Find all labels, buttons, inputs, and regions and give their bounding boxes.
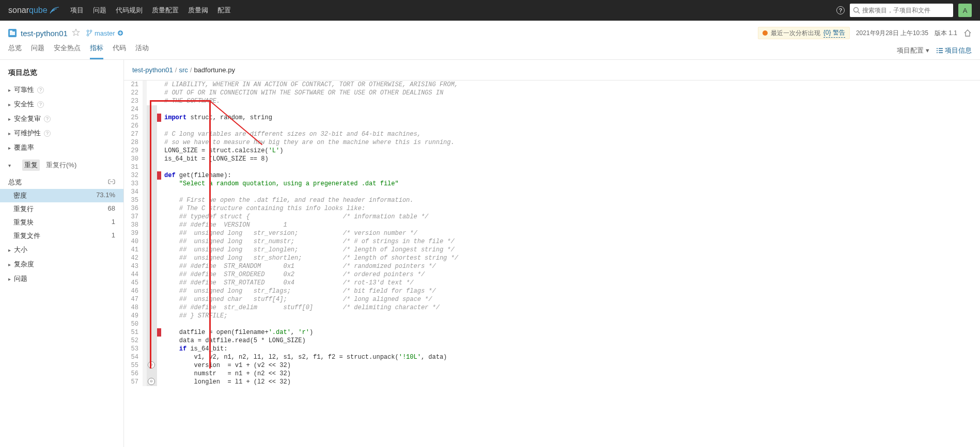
tab-1[interactable]: 问题	[31, 43, 44, 59]
code-line[interactable]: 34	[124, 188, 980, 196]
code-line[interactable]: 43 ## #define STR_RANDOM 0x1 /* randomiz…	[124, 262, 980, 270]
tab-5[interactable]: 活动	[135, 43, 149, 59]
sidebar-item[interactable]: ▸安全复审?	[0, 111, 123, 126]
code-line[interactable]: 41 ## unsigned long str_longlen; /* leng…	[124, 246, 980, 254]
help-icon[interactable]: ?	[836, 6, 845, 14]
breadcrumb-folder[interactable]: src	[179, 66, 188, 74]
code-line[interactable]: 42 ## unsigned long str_shortlen; /* len…	[124, 254, 980, 262]
gutter	[143, 304, 147, 312]
code-line[interactable]: 50	[124, 320, 980, 328]
user-avatar[interactable]: A	[958, 4, 972, 17]
sidebar-item-duplication[interactable]: ▾ 重复 重复行(%)	[0, 155, 123, 175]
code-line[interactable]: 26	[124, 122, 980, 130]
gutter	[143, 246, 147, 254]
code-line[interactable]: 29LONG_SIZE = struct.calcsize('L')	[124, 147, 980, 155]
tab-0[interactable]: 总览	[8, 43, 22, 59]
code-line[interactable]: 30is_64_bit = (LONG_SIZE == 8)	[124, 155, 980, 163]
add-branch-icon[interactable]	[117, 30, 123, 36]
sidebar-item[interactable]: ▸安全性?	[0, 97, 123, 111]
code-line[interactable]: 46 ## unsigned long str_flags; /* bit fi…	[124, 287, 980, 295]
topnav-link[interactable]: 项目	[70, 6, 84, 15]
code-line[interactable]: 22# OUT OF OR IN CONNECTION WITH THE SOF…	[124, 89, 980, 97]
search-input[interactable]	[862, 7, 950, 14]
code-line[interactable]: 51 datfile = open(filename+'.dat', 'r')	[124, 328, 980, 337]
code-line[interactable]: 48 ## #define str_delim stuff[0] /* deli…	[124, 304, 980, 312]
issue-marker	[157, 163, 161, 171]
code-line[interactable]: 52 data = datfile.read(5 * LONG_SIZE)	[124, 337, 980, 345]
code-line[interactable]: 27# C long variables are different sizes…	[124, 130, 980, 138]
dup-tab-pct[interactable]: 重复行(%)	[44, 159, 79, 171]
topnav-link[interactable]: 质量配置	[152, 6, 179, 15]
code-line[interactable]: 49 ## } STRFILE;	[124, 312, 980, 320]
dup-tab-label[interactable]: 重复	[22, 159, 40, 171]
analysis-warning-badge[interactable]: 最近一次分析出现 {0} 警告	[758, 27, 850, 39]
code-text: # LIABILITY, WHETHER IN AN ACTION OF CON…	[161, 81, 980, 89]
project-info-link[interactable]: 项目信息	[937, 46, 972, 55]
sidebar-item[interactable]: ▸大小	[0, 243, 123, 257]
code-line[interactable]: 35 # First we open the .dat file, and re…	[124, 196, 980, 204]
code-line[interactable]: 55⊖ version = v1 + (v2 << 32)	[124, 361, 980, 370]
metric-row[interactable]: 重复文件1	[0, 229, 123, 243]
tab-3[interactable]: 指标	[90, 43, 103, 59]
code-line[interactable]: 47 ## unsigned char stuff[4]; /* long al…	[124, 295, 980, 304]
tab-2[interactable]: 安全热点	[54, 43, 81, 59]
code-line[interactable]: 25import struct, random, string	[124, 114, 980, 122]
metric-row[interactable]: 密度73.1%	[0, 189, 123, 202]
topnav-link[interactable]: 配置	[217, 6, 231, 15]
project-config-dropdown[interactable]: 项目配置 ▾	[897, 46, 929, 55]
help-hint-icon[interactable]: ?	[37, 101, 44, 108]
link-icon[interactable]	[108, 178, 115, 187]
code-line[interactable]: 24	[124, 105, 980, 114]
brand-logo[interactable]: sonarqube	[8, 6, 60, 15]
help-hint-icon[interactable]: ?	[37, 87, 44, 93]
code-text: ## #define STR_ORDERED 0x2 /* ordered po…	[161, 270, 980, 279]
code-line[interactable]: 38 ## #define VERSION 1	[124, 221, 980, 229]
gutter	[143, 130, 147, 138]
code-line[interactable]: 36 # The C structure containing this inf…	[124, 204, 980, 213]
code-text	[161, 122, 980, 130]
sidebar-item[interactable]: ▸问题	[0, 272, 123, 286]
issue-icon[interactable]: ⊖	[148, 361, 155, 369]
sidebar-item[interactable]: ▸可靠性?	[0, 83, 123, 97]
line-number: 47	[124, 295, 143, 304]
topnav-link[interactable]: 代码规则	[116, 6, 143, 15]
project-name[interactable]: test-python01	[21, 29, 68, 38]
issue-marker	[157, 361, 161, 370]
tab-4[interactable]: 代码	[113, 43, 126, 59]
sidebar-item[interactable]: ▸复杂度	[0, 257, 123, 272]
help-hint-icon[interactable]: ?	[44, 130, 51, 137]
code-line[interactable]: 32def get(filename):	[124, 171, 980, 180]
breadcrumb-project[interactable]: test-python01	[132, 66, 173, 74]
topnav-link[interactable]: 问题	[93, 6, 106, 15]
code-line[interactable]: 57⊖ longlen = l1 + (l2 << 32)	[124, 378, 980, 386]
dup-overview-label[interactable]: 总览	[8, 178, 22, 187]
warning-link[interactable]: {0} 警告	[823, 28, 845, 38]
search-box[interactable]	[850, 4, 953, 17]
metric-row[interactable]: 重复块1	[0, 216, 123, 229]
code-line[interactable]: 44 ## #define STR_ORDERED 0x2 /* ordered…	[124, 270, 980, 279]
sidebar-item[interactable]: ▸覆盖率	[0, 140, 123, 155]
code-line[interactable]: 37 ## typedef struct { /* information ta…	[124, 213, 980, 221]
code-line[interactable]: 53 if is_64_bit:	[124, 345, 980, 353]
metric-row[interactable]: 重复行68	[0, 202, 123, 216]
code-line[interactable]: 54 v1, v2, n1, n2, l1, l2, s1, s2, f1, f…	[124, 353, 980, 361]
code-viewer[interactable]: 21# LIABILITY, WHETHER IN AN ACTION OF C…	[124, 80, 980, 447]
line-number: 41	[124, 246, 143, 254]
branch-selector[interactable]: master	[86, 29, 123, 37]
help-hint-icon[interactable]: ?	[44, 116, 51, 122]
code-line[interactable]: 39 ## unsigned long str_version; /* vers…	[124, 229, 980, 237]
code-line[interactable]: 28# so we have to measure how big they a…	[124, 138, 980, 147]
code-line[interactable]: 45 ## #define STR_ROTATED 0x4 /* rot-13'…	[124, 279, 980, 287]
sidebar-item[interactable]: ▸可维护性?	[0, 126, 123, 140]
code-line[interactable]: 23# THE SOFTWARE.	[124, 97, 980, 105]
search-icon	[853, 7, 860, 14]
code-line[interactable]: 56 numstr = n1 + (n2 << 32)	[124, 370, 980, 378]
home-icon[interactable]	[963, 29, 972, 37]
code-line[interactable]: 31	[124, 163, 980, 171]
code-line[interactable]: 33 "Select a random quotation, using a p…	[124, 180, 980, 188]
code-line[interactable]: 40 ## unsigned long str_numstr; /* # of …	[124, 237, 980, 246]
issue-icon[interactable]: ⊖	[148, 378, 155, 385]
code-line[interactable]: 21# LIABILITY, WHETHER IN AN ACTION OF C…	[124, 81, 980, 89]
favorite-star-icon[interactable]	[72, 28, 80, 38]
topnav-link[interactable]: 质量阈	[188, 6, 208, 15]
